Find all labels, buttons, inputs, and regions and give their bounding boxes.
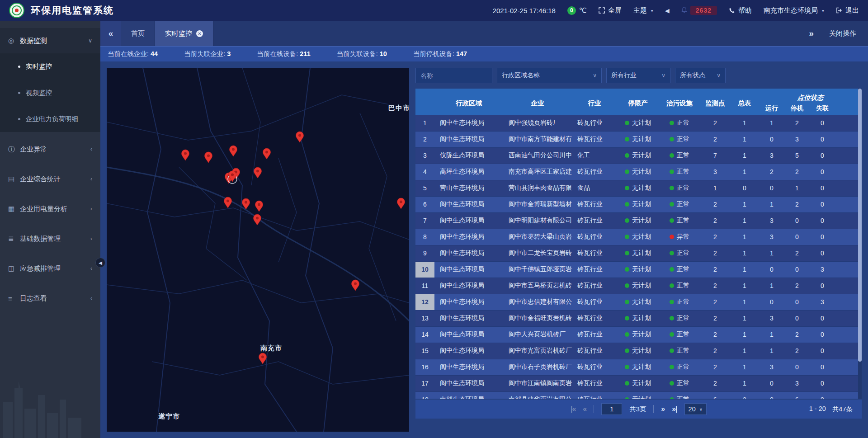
- table-row[interactable]: 2阆中生态环境局阆中市南方节能建材有砖瓦行业无计划正常21030: [415, 131, 862, 147]
- table-row[interactable]: 13阆中生态环境局阆中市金福旺页岩机砖砖瓦行业无计划正常21300: [415, 310, 862, 326]
- notifications-button[interactable]: 2632: [681, 6, 717, 15]
- column-header-point-status-group: 点位状态: [759, 89, 862, 104]
- row-region-cell: 阆中生态环境局: [434, 294, 503, 310]
- last-page-button[interactable]: »|: [672, 405, 677, 413]
- map-pin-icon[interactable]: [259, 353, 267, 364]
- table-row[interactable]: 18南部生态环境局南部县建华页岩有限公砖瓦行业无计划正常62060: [415, 391, 862, 399]
- table-row[interactable]: 9阆中生态环境局阆中市二龙长宝页岩砖砖瓦行业无计划正常21120: [415, 245, 862, 261]
- table-row[interactable]: 5营山生态环境局营山县润丰肉食品有限食品无计划正常10010: [415, 180, 862, 196]
- table-row[interactable]: 3仪陇生态环境局西南油气田分公司川中化工无计划正常71350: [415, 147, 862, 164]
- table-row[interactable]: 4高坪生态环境局南充市高坪区王家店建砖瓦行业无计划正常31220: [415, 164, 862, 180]
- sidebar-item-2[interactable]: ⓘ企业异常‹: [0, 137, 100, 162]
- status-dot-green-icon: [625, 349, 629, 353]
- row-meter-cell: 1: [730, 359, 759, 375]
- sidebar-item-3[interactable]: ▤企业综合统计‹: [0, 166, 100, 192]
- mute-speaker-icon[interactable]: ◀: [665, 7, 670, 14]
- sidebar-item-6[interactable]: ◫应急减排管理‹: [0, 256, 100, 281]
- map-pin-icon[interactable]: [296, 132, 304, 142]
- prev-page-button[interactable]: «: [583, 405, 586, 413]
- table-row[interactable]: 11阆中生态环境局阆中市五马桥页岩机砖砖瓦行业无计划正常21120: [415, 278, 862, 294]
- table-scrollbar-thumb[interactable]: [858, 89, 862, 362]
- row-lost-cell: 0: [810, 359, 835, 375]
- page-size-select[interactable]: 20∨: [684, 403, 707, 415]
- theme-menu-button[interactable]: 主题▾: [633, 6, 653, 15]
- tab-首页[interactable]: 首页: [121, 21, 155, 46]
- sidebar-subitem[interactable]: 视频监控: [0, 80, 100, 106]
- row-stop-cell: 6: [784, 391, 810, 399]
- row-industry-cell: 砖瓦行业: [572, 229, 617, 245]
- status-select[interactable]: 所有状态∨: [675, 68, 726, 83]
- table-row[interactable]: 10阆中生态环境局阆中千佛镇五郎垭页岩砖瓦行业无计划正常21003: [415, 261, 862, 278]
- column-header-company: 企业: [503, 89, 572, 115]
- tabs-scroll-left-button[interactable]: «: [100, 21, 121, 46]
- row-meter-cell: 1: [730, 261, 759, 278]
- map-pin-icon[interactable]: [205, 152, 212, 163]
- tab-实时监控[interactable]: 实时监控✕: [155, 21, 213, 46]
- tab-close-icon[interactable]: ✕: [196, 30, 203, 37]
- table-row[interactable]: 16阆中生态环境局阆中市石子页岩机砖厂砖瓦行业无计划正常21300: [415, 359, 862, 375]
- map-pin-icon[interactable]: [263, 148, 271, 159]
- first-page-button[interactable]: |«: [571, 405, 576, 413]
- table-row[interactable]: 8阆中生态环境局阆中市枣碧大梁山页岩砖瓦行业无计划异常21300: [415, 229, 862, 245]
- table-row[interactable]: 17阆中生态环境局阆中市江南镇阆南页岩砖瓦行业无计划正常21030: [415, 375, 862, 391]
- row-facility-cell: 正常: [659, 180, 700, 196]
- table-row[interactable]: 6阆中生态环境局阆中市金博瑞新型墙材砖瓦行业无计划正常21120: [415, 196, 862, 212]
- row-meter-cell: 1: [730, 278, 759, 294]
- sidebar-collapse-handle[interactable]: ◀: [95, 258, 105, 268]
- tabs-scroll-right-button[interactable]: »: [809, 28, 814, 38]
- map-pin-icon[interactable]: [254, 167, 262, 178]
- row-stop-cell: 2: [784, 115, 810, 131]
- row-plan-cell: 无计划: [617, 229, 659, 245]
- sidebar-subitem[interactable]: 实时监控: [0, 53, 100, 80]
- table-row[interactable]: 12阆中生态环境局阆中市忠信建材有限公砖瓦行业无计划正常21003: [415, 294, 862, 310]
- stat-value: 44: [151, 50, 158, 57]
- page-number-input[interactable]: 1: [601, 403, 622, 415]
- map-pin-icon[interactable]: [352, 280, 359, 291]
- close-operations-button[interactable]: 关闭操作: [829, 29, 856, 38]
- row-facility-cell: 正常: [659, 326, 700, 343]
- table-row[interactable]: 1阆中生态环境局阆中强锐页岩砖厂砖瓦行业无计划正常21120: [415, 115, 862, 131]
- sidebar-item-5[interactable]: ≣基础数据管理‹: [0, 226, 100, 251]
- sidebar-item-1[interactable]: ◎数据监测∨: [0, 28, 100, 53]
- region-select[interactable]: 行政区域名称∨: [497, 68, 602, 83]
- monitor-icon: ◎: [8, 37, 20, 45]
- help-button[interactable]: 帮助: [729, 6, 752, 15]
- sidebar-item-4[interactable]: ▦企业用电量分析‹: [0, 196, 100, 221]
- status-dot-green-icon: [670, 153, 674, 158]
- map-pin-icon[interactable]: [230, 146, 237, 156]
- name-search-input[interactable]: [415, 68, 492, 83]
- fullscreen-button[interactable]: 全屏: [599, 6, 622, 15]
- organization-menu-button[interactable]: 南充市生态环境局▾: [764, 6, 824, 15]
- row-region-cell: 营山生态环境局: [434, 180, 503, 196]
- next-page-button[interactable]: »: [661, 405, 665, 413]
- map-pin-icon[interactable]: [397, 198, 405, 209]
- table-scrollbar-track[interactable]: [858, 89, 862, 399]
- row-stop-cell: 2: [784, 164, 810, 180]
- map-pin-icon[interactable]: [182, 150, 189, 160]
- row-region-cell: 阆中生态环境局: [434, 212, 503, 229]
- row-points-cell: 2: [700, 326, 730, 343]
- logout-button[interactable]: 退出: [836, 6, 859, 15]
- row-company-cell: 阆中市五马桥页岩机砖: [503, 278, 572, 294]
- stat-item: 当前在线企业:44: [108, 50, 158, 58]
- row-run-cell: 3: [759, 359, 784, 375]
- map-panel[interactable]: 巴中市南充市遂宁市: [107, 68, 409, 432]
- chevron-down-icon: ∨: [717, 72, 721, 79]
- row-index-cell: 15: [415, 343, 434, 359]
- row-stop-cell: 0: [784, 229, 810, 245]
- row-plan-cell: 无计划: [617, 261, 659, 278]
- status-dot-green-icon: [625, 381, 629, 386]
- map-pin-icon[interactable]: [254, 214, 261, 225]
- industry-select[interactable]: 所有行业∨: [606, 68, 670, 83]
- map-pin-icon[interactable]: [255, 201, 263, 212]
- row-stop-cell: 2: [784, 343, 810, 359]
- row-run-cell: 3: [759, 229, 784, 245]
- table-row[interactable]: 14阆中生态环境局阆中大兴页岩机砖厂砖瓦行业无计划正常21120: [415, 326, 862, 343]
- map-pin-icon[interactable]: [224, 197, 232, 208]
- table-row[interactable]: 7阆中生态环境局阆中明阳建材有限公司砖瓦行业无计划正常21300: [415, 212, 862, 229]
- sidebar-subitem[interactable]: 企业电力负荷明细: [0, 106, 100, 132]
- table-row[interactable]: 15阆中生态环境局阆中市光富页岩机砖厂砖瓦行业无计划正常21120: [415, 343, 862, 359]
- row-facility-cell: 正常: [659, 196, 700, 212]
- sidebar-item-7[interactable]: ≡日志查看‹: [0, 286, 100, 311]
- row-meter-cell: 1: [730, 310, 759, 326]
